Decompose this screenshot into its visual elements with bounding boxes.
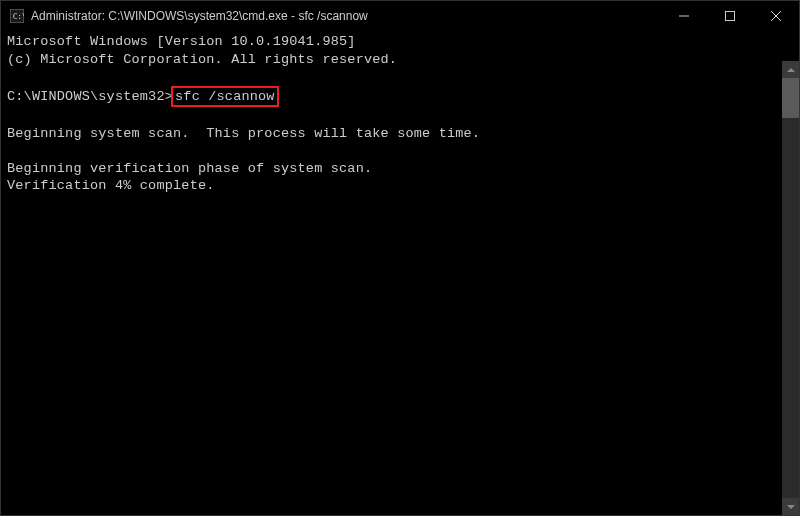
- terminal-blank-line: [7, 107, 793, 125]
- terminal-blank-line: [7, 142, 793, 160]
- cmd-icon: C:\: [9, 8, 25, 24]
- terminal-prompt-line: C:\WINDOWS\system32>sfc /scannow: [7, 86, 793, 108]
- terminal-output-line: Beginning verification phase of system s…: [7, 160, 793, 178]
- minimize-button[interactable]: [661, 1, 707, 31]
- terminal-output-line: Verification 4% complete.: [7, 177, 793, 195]
- svg-text:C:\: C:\: [13, 12, 24, 21]
- scrollbar-track[interactable]: [782, 78, 799, 498]
- titlebar-left: C:\ Administrator: C:\WINDOWS\system32\c…: [9, 8, 368, 24]
- scrollbar-thumb[interactable]: [782, 78, 799, 118]
- terminal-output-line: (c) Microsoft Corporation. All rights re…: [7, 51, 793, 69]
- scrollbar-up-arrow[interactable]: [782, 61, 799, 78]
- terminal-output-line: Microsoft Windows [Version 10.0.19041.98…: [7, 33, 793, 51]
- window-controls: [661, 1, 799, 31]
- close-button[interactable]: [753, 1, 799, 31]
- terminal-content-wrap: Microsoft Windows [Version 10.0.19041.98…: [1, 31, 799, 515]
- svg-marker-6: [787, 68, 795, 72]
- terminal-blank-line: [7, 68, 793, 86]
- vertical-scrollbar[interactable]: [782, 61, 799, 515]
- titlebar[interactable]: C:\ Administrator: C:\WINDOWS\system32\c…: [1, 1, 799, 31]
- svg-rect-2: [679, 16, 689, 17]
- svg-marker-7: [787, 505, 795, 509]
- cmd-window: C:\ Administrator: C:\WINDOWS\system32\c…: [0, 0, 800, 516]
- maximize-button[interactable]: [707, 1, 753, 31]
- terminal-body[interactable]: Microsoft Windows [Version 10.0.19041.98…: [1, 31, 799, 197]
- highlighted-command: sfc /scannow: [171, 86, 279, 108]
- svg-rect-3: [726, 12, 735, 21]
- scrollbar-down-arrow[interactable]: [782, 498, 799, 515]
- window-title: Administrator: C:\WINDOWS\system32\cmd.e…: [31, 9, 368, 23]
- terminal-output-line: Beginning system scan. This process will…: [7, 125, 793, 143]
- prompt: C:\WINDOWS\system32>: [7, 89, 173, 104]
